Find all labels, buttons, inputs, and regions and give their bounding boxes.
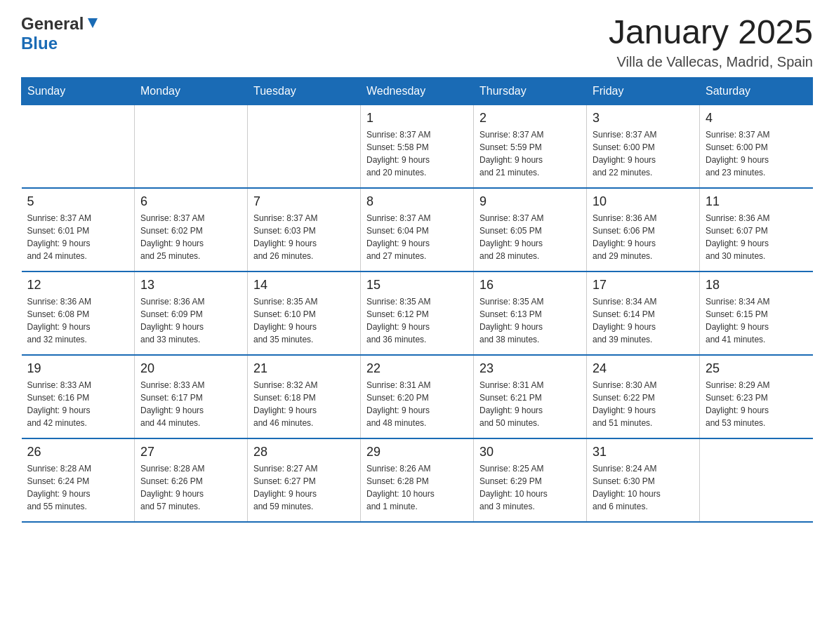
calendar-cell: 8Sunrise: 8:37 AM Sunset: 6:04 PM Daylig… [361, 188, 474, 271]
day-number: 15 [366, 278, 468, 293]
day-number: 31 [593, 445, 694, 459]
calendar-week-row: 26Sunrise: 8:28 AM Sunset: 6:24 PM Dayli… [22, 438, 813, 522]
calendar-table: SundayMondayTuesdayWednesdayThursdayFrid… [21, 77, 813, 523]
day-info: Sunrise: 8:30 AM Sunset: 6:22 PM Dayligh… [593, 379, 694, 429]
day-info: Sunrise: 8:34 AM Sunset: 6:14 PM Dayligh… [593, 295, 694, 346]
day-of-week-tuesday: Tuesday [248, 77, 361, 105]
day-number: 9 [479, 194, 581, 209]
day-number: 7 [253, 194, 355, 209]
day-of-week-thursday: Thursday [474, 77, 587, 105]
day-number: 10 [593, 194, 694, 209]
calendar-cell: 7Sunrise: 8:37 AM Sunset: 6:03 PM Daylig… [248, 188, 361, 271]
calendar-cell: 29Sunrise: 8:26 AM Sunset: 6:28 PM Dayli… [361, 438, 474, 522]
day-info: Sunrise: 8:37 AM Sunset: 6:05 PM Dayligh… [479, 212, 581, 262]
page-header: General Blue January 2025 Villa de Valle… [21, 14, 813, 70]
day-of-week-monday: Monday [135, 77, 248, 105]
calendar-cell: 24Sunrise: 8:30 AM Sunset: 6:22 PM Dayli… [587, 355, 700, 438]
calendar-cell: 28Sunrise: 8:27 AM Sunset: 6:27 PM Dayli… [248, 438, 361, 522]
calendar-cell: 31Sunrise: 8:24 AM Sunset: 6:30 PM Dayli… [587, 438, 700, 522]
calendar-week-row: 5Sunrise: 8:37 AM Sunset: 6:01 PM Daylig… [22, 188, 813, 271]
day-number: 5 [27, 194, 129, 209]
logo-blue-text: Blue [21, 34, 58, 53]
day-info: Sunrise: 8:37 AM Sunset: 5:59 PM Dayligh… [479, 128, 581, 179]
day-number: 19 [27, 361, 129, 376]
day-info: Sunrise: 8:37 AM Sunset: 6:03 PM Dayligh… [253, 212, 355, 262]
calendar-cell: 30Sunrise: 8:25 AM Sunset: 6:29 PM Dayli… [474, 438, 587, 522]
calendar-week-row: 1Sunrise: 8:37 AM Sunset: 5:58 PM Daylig… [22, 105, 813, 188]
calendar-cell: 1Sunrise: 8:37 AM Sunset: 5:58 PM Daylig… [361, 105, 474, 188]
day-number: 17 [593, 278, 694, 293]
day-info: Sunrise: 8:28 AM Sunset: 6:24 PM Dayligh… [27, 462, 129, 513]
day-info: Sunrise: 8:35 AM Sunset: 6:10 PM Dayligh… [253, 295, 355, 346]
day-info: Sunrise: 8:37 AM Sunset: 6:00 PM Dayligh… [593, 128, 694, 179]
day-info: Sunrise: 8:37 AM Sunset: 6:02 PM Dayligh… [140, 212, 241, 262]
day-number: 23 [479, 361, 581, 376]
calendar-cell: 27Sunrise: 8:28 AM Sunset: 6:26 PM Dayli… [135, 438, 248, 522]
day-info: Sunrise: 8:36 AM Sunset: 6:08 PM Dayligh… [27, 295, 129, 346]
day-info: Sunrise: 8:35 AM Sunset: 6:13 PM Dayligh… [479, 295, 581, 346]
day-of-week-friday: Friday [587, 77, 700, 105]
day-number: 22 [366, 361, 468, 376]
day-number: 27 [140, 445, 241, 459]
calendar-cell [22, 105, 135, 188]
day-number: 20 [140, 361, 241, 376]
day-info: Sunrise: 8:36 AM Sunset: 6:09 PM Dayligh… [140, 295, 241, 346]
day-number: 28 [253, 445, 355, 459]
logo-general-text: General [21, 14, 84, 34]
day-number: 14 [253, 278, 355, 293]
calendar-cell: 26Sunrise: 8:28 AM Sunset: 6:24 PM Dayli… [22, 438, 135, 522]
calendar-cell: 4Sunrise: 8:37 AM Sunset: 6:00 PM Daylig… [700, 105, 813, 188]
day-number: 6 [140, 194, 241, 209]
calendar-cell: 14Sunrise: 8:35 AM Sunset: 6:10 PM Dayli… [248, 271, 361, 355]
day-number: 1 [366, 111, 468, 126]
calendar-cell: 23Sunrise: 8:31 AM Sunset: 6:21 PM Dayli… [474, 355, 587, 438]
day-number: 12 [27, 278, 129, 293]
day-info: Sunrise: 8:37 AM Sunset: 6:00 PM Dayligh… [706, 128, 807, 179]
day-number: 8 [366, 194, 468, 209]
calendar-cell: 2Sunrise: 8:37 AM Sunset: 5:59 PM Daylig… [474, 105, 587, 188]
day-info: Sunrise: 8:33 AM Sunset: 6:16 PM Dayligh… [27, 379, 129, 429]
page-subtitle: Villa de Vallecas, Madrid, Spain [609, 54, 813, 70]
logo: General Blue [21, 14, 100, 53]
day-number: 21 [253, 361, 355, 376]
day-number: 25 [706, 361, 807, 376]
day-number: 4 [706, 111, 807, 126]
calendar-cell: 9Sunrise: 8:37 AM Sunset: 6:05 PM Daylig… [474, 188, 587, 271]
day-info: Sunrise: 8:37 AM Sunset: 5:58 PM Dayligh… [366, 128, 468, 179]
day-info: Sunrise: 8:24 AM Sunset: 6:30 PM Dayligh… [593, 462, 694, 513]
day-number: 26 [27, 445, 129, 459]
day-number: 2 [479, 111, 581, 126]
calendar-cell: 6Sunrise: 8:37 AM Sunset: 6:02 PM Daylig… [135, 188, 248, 271]
calendar-cell: 22Sunrise: 8:31 AM Sunset: 6:20 PM Dayli… [361, 355, 474, 438]
day-info: Sunrise: 8:37 AM Sunset: 6:01 PM Dayligh… [27, 212, 129, 262]
day-of-week-sunday: Sunday [22, 77, 135, 105]
day-number: 13 [140, 278, 241, 293]
calendar-cell: 10Sunrise: 8:36 AM Sunset: 6:06 PM Dayli… [587, 188, 700, 271]
day-info: Sunrise: 8:37 AM Sunset: 6:04 PM Dayligh… [366, 212, 468, 262]
day-number: 16 [479, 278, 581, 293]
day-number: 30 [479, 445, 581, 459]
calendar-cell: 20Sunrise: 8:33 AM Sunset: 6:17 PM Dayli… [135, 355, 248, 438]
calendar-cell: 3Sunrise: 8:37 AM Sunset: 6:00 PM Daylig… [587, 105, 700, 188]
calendar-cell [135, 105, 248, 188]
calendar-cell: 18Sunrise: 8:34 AM Sunset: 6:15 PM Dayli… [700, 271, 813, 355]
day-info: Sunrise: 8:32 AM Sunset: 6:18 PM Dayligh… [253, 379, 355, 429]
calendar-week-row: 19Sunrise: 8:33 AM Sunset: 6:16 PM Dayli… [22, 355, 813, 438]
calendar-cell: 25Sunrise: 8:29 AM Sunset: 6:23 PM Dayli… [700, 355, 813, 438]
day-info: Sunrise: 8:31 AM Sunset: 6:21 PM Dayligh… [479, 379, 581, 429]
day-number: 24 [593, 361, 694, 376]
day-info: Sunrise: 8:34 AM Sunset: 6:15 PM Dayligh… [706, 295, 807, 346]
day-info: Sunrise: 8:36 AM Sunset: 6:07 PM Dayligh… [706, 212, 807, 262]
day-info: Sunrise: 8:33 AM Sunset: 6:17 PM Dayligh… [140, 379, 241, 429]
day-info: Sunrise: 8:26 AM Sunset: 6:28 PM Dayligh… [366, 462, 468, 513]
day-info: Sunrise: 8:36 AM Sunset: 6:06 PM Dayligh… [593, 212, 694, 262]
calendar-cell: 17Sunrise: 8:34 AM Sunset: 6:14 PM Dayli… [587, 271, 700, 355]
day-info: Sunrise: 8:27 AM Sunset: 6:27 PM Dayligh… [253, 462, 355, 513]
day-info: Sunrise: 8:31 AM Sunset: 6:20 PM Dayligh… [366, 379, 468, 429]
logo-triangle-icon [85, 15, 100, 31]
day-info: Sunrise: 8:28 AM Sunset: 6:26 PM Dayligh… [140, 462, 241, 513]
day-of-week-saturday: Saturday [700, 77, 813, 105]
calendar-cell: 12Sunrise: 8:36 AM Sunset: 6:08 PM Dayli… [22, 271, 135, 355]
calendar-cell [700, 438, 813, 522]
calendar-week-row: 12Sunrise: 8:36 AM Sunset: 6:08 PM Dayli… [22, 271, 813, 355]
